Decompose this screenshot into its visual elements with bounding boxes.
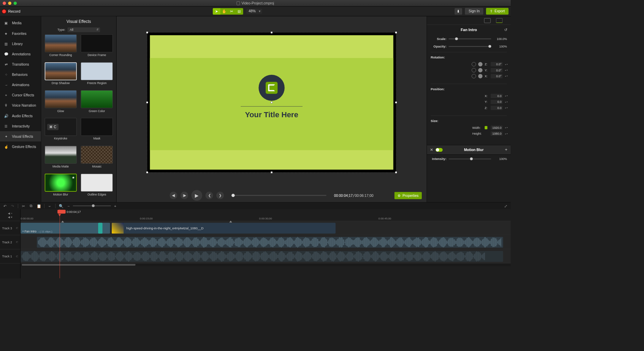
track-header[interactable]: Track 2⊂ bbox=[0, 235, 20, 249]
sidebar-item-trans[interactable]: ⇄Transitions bbox=[0, 59, 41, 69]
opacity-slider[interactable] bbox=[448, 46, 491, 46]
signin-button[interactable]: Sign In bbox=[465, 8, 483, 15]
sidebar-item-behav[interactable]: ⁘Behaviors bbox=[0, 69, 41, 80]
effect-keystroke[interactable]: ⌘ CKeystroke bbox=[44, 118, 77, 144]
lock-icon[interactable]: ⊂ bbox=[16, 240, 18, 244]
copy-button[interactable]: ⧉ bbox=[29, 204, 33, 208]
rot-y-input[interactable]: 0.0° bbox=[491, 68, 502, 72]
tab-properties[interactable] bbox=[496, 18, 502, 23]
lock-icon[interactable] bbox=[485, 126, 487, 130]
playhead-marker[interactable]: 0:00:04;17 bbox=[57, 210, 81, 214]
intensity-slider[interactable] bbox=[448, 159, 491, 159]
sidebar-item-star[interactable]: ★Favorites bbox=[0, 28, 41, 38]
clip-intro[interactable]: + Fan Intro - ( 11 clips ) bbox=[21, 223, 110, 234]
tool-crop[interactable]: ✂ bbox=[228, 8, 236, 14]
effect-green-color[interactable]: Green Color bbox=[80, 90, 113, 116]
effect-corner-rounding[interactable]: Corner Rounding bbox=[44, 35, 77, 60]
zoom-select[interactable]: 48% bbox=[246, 9, 262, 14]
sidebar-item-cursor[interactable]: ⌖Cursor Effects bbox=[0, 90, 41, 100]
tool-pan[interactable]: ✋ bbox=[220, 8, 228, 14]
step-back-button[interactable]: ❮ bbox=[205, 192, 213, 199]
ruler[interactable]: 0:00:00;000:00:15;000:00:30;000:00:45;00 bbox=[21, 215, 511, 221]
export-button[interactable]: ⇧ Export bbox=[486, 8, 508, 15]
fx-add[interactable]: + bbox=[505, 147, 507, 152]
sidebar-item-library[interactable]: ▥Library bbox=[0, 39, 41, 49]
resize-handle[interactable] bbox=[146, 32, 148, 33]
split-button[interactable]: ⫟ bbox=[48, 204, 52, 208]
tab-visual[interactable] bbox=[484, 18, 491, 23]
clip-transition[interactable] bbox=[98, 223, 103, 234]
resize-handle[interactable] bbox=[271, 32, 272, 33]
properties-button[interactable]: ⚙ Properties bbox=[394, 192, 422, 199]
undo-button[interactable]: ↶ bbox=[3, 204, 7, 208]
lock-icon[interactable]: ⊂ bbox=[16, 226, 18, 230]
prev-frame-button[interactable]: ◀| bbox=[170, 192, 177, 199]
rotate-x-dial[interactable] bbox=[478, 74, 483, 78]
window-zoom[interactable] bbox=[14, 1, 17, 5]
effect-outline-edges[interactable]: Outline Edges bbox=[80, 174, 113, 199]
rotate-y-dial[interactable] bbox=[478, 68, 483, 72]
play-button[interactable]: ▶ bbox=[191, 190, 202, 201]
playback-slider[interactable] bbox=[232, 195, 327, 196]
track-row[interactable]: + Fan Intro - ( 11 clips ) high-speed-dr… bbox=[21, 221, 511, 235]
pos-z-input[interactable]: 0.0 bbox=[491, 106, 502, 110]
clip-audio[interactable] bbox=[37, 237, 503, 248]
effect-drop-shadow[interactable]: Drop Shadow bbox=[44, 62, 77, 88]
track-header[interactable]: Track 1⊂ bbox=[0, 249, 20, 264]
tool-magnet[interactable]: ⊟ bbox=[236, 8, 243, 14]
clip-driving[interactable]: high-speed-driving-in-the-night_e4mj4wtz… bbox=[112, 223, 336, 234]
detach-timeline[interactable]: ⤢ bbox=[504, 204, 508, 208]
zoom-button[interactable]: 🔍 bbox=[59, 204, 63, 208]
window-close[interactable] bbox=[3, 1, 6, 5]
effect-mosaic[interactable]: Mosaic bbox=[80, 146, 113, 172]
effect-motion-blur[interactable]: ★Motion Blur bbox=[44, 174, 77, 199]
effect-device-frame[interactable]: Device Frame bbox=[80, 35, 113, 60]
track-row[interactable] bbox=[21, 249, 511, 264]
pos-y-input[interactable]: 0.0 bbox=[491, 100, 502, 104]
rotate-handle[interactable] bbox=[270, 102, 272, 104]
sidebar-item-gesture[interactable]: ☝Gesture Effects bbox=[0, 141, 41, 152]
track-header[interactable]: Track 3⊂ bbox=[0, 221, 20, 235]
pos-x-input[interactable]: 0.0 bbox=[491, 94, 502, 98]
height-input[interactable]: 1080.0 bbox=[491, 132, 502, 136]
resize-handle[interactable] bbox=[395, 172, 397, 173]
sidebar-item-interact[interactable]: ☰Interactivity bbox=[0, 121, 41, 131]
window-minimize[interactable] bbox=[8, 1, 12, 5]
rotate-z-dial[interactable] bbox=[478, 62, 483, 67]
download-button[interactable]: ⬇ bbox=[455, 8, 462, 14]
sidebar-item-annot[interactable]: 💬Annotations bbox=[0, 49, 41, 59]
timeline-scrollbar[interactable] bbox=[22, 264, 135, 266]
step-fwd-button[interactable]: ❯ bbox=[216, 192, 224, 199]
timeline-zoom-slider[interactable] bbox=[73, 205, 111, 206]
resize-handle[interactable] bbox=[146, 102, 148, 103]
resize-handle[interactable] bbox=[271, 172, 272, 173]
canvas[interactable]: Your Title Here bbox=[147, 32, 397, 173]
sidebar-item-audio[interactable]: 🔊Audio Effects bbox=[0, 111, 41, 121]
effect-media-matte[interactable]: Media Matte bbox=[44, 146, 77, 172]
scale-slider[interactable] bbox=[448, 38, 491, 39]
effect-mask[interactable]: Mask bbox=[80, 118, 113, 144]
add-track-expand[interactable]: ◀ + bbox=[8, 212, 12, 215]
add-track-collapse[interactable]: ◀ ▾ bbox=[8, 215, 12, 218]
track-row[interactable] bbox=[21, 235, 511, 249]
tool-select[interactable]: ➤ bbox=[213, 8, 220, 14]
reset-button[interactable]: ↺ bbox=[504, 28, 508, 32]
resize-handle[interactable] bbox=[395, 32, 397, 33]
cut-button[interactable]: ✂ bbox=[22, 204, 26, 208]
zoom-in[interactable]: + bbox=[113, 204, 118, 208]
type-select[interactable]: All bbox=[68, 27, 100, 32]
resize-handle[interactable] bbox=[395, 102, 397, 103]
rot-z-input[interactable]: 0.0° bbox=[491, 62, 502, 67]
effect-glow[interactable]: Glow bbox=[44, 90, 77, 116]
sidebar-item-media[interactable]: ▣Media bbox=[0, 18, 41, 28]
record-button[interactable]: Record bbox=[2, 9, 20, 14]
effect-freeze-region[interactable]: Freeze Region bbox=[80, 62, 113, 88]
paste-button[interactable]: 📋 bbox=[37, 204, 41, 208]
redo-button[interactable]: ↷ bbox=[10, 204, 15, 208]
zoom-out[interactable]: − bbox=[66, 204, 71, 208]
sidebar-item-voice[interactable]: 🎙Voice Narration bbox=[0, 100, 41, 110]
next-frame-button[interactable]: |▶ bbox=[180, 192, 188, 199]
lock-icon[interactable]: ⊂ bbox=[16, 255, 18, 258]
fx-toggle[interactable] bbox=[435, 148, 443, 152]
fx-remove[interactable]: ✕ bbox=[430, 148, 433, 152]
